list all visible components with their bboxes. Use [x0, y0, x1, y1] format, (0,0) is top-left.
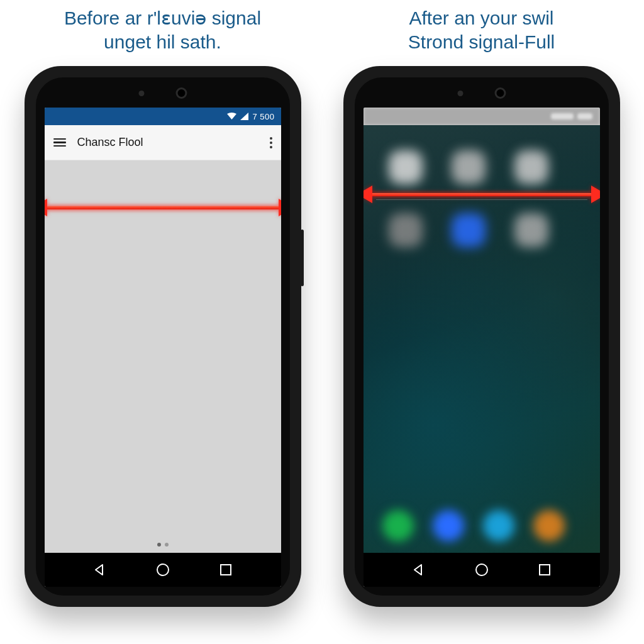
app-icon-blurred [389, 150, 423, 184]
back-button[interactable] [91, 562, 108, 578]
cell-signal-icon [240, 113, 248, 120]
dock-icon-blurred [533, 510, 565, 541]
arrow-line-icon [372, 193, 591, 196]
recent-square-icon [539, 564, 550, 575]
before-title-line2: unget hil sath. [104, 31, 221, 52]
back-button[interactable] [410, 562, 426, 578]
before-title-line1: Before ar r'lɛuviə signal [64, 8, 261, 28]
recent-apps-button[interactable] [218, 562, 234, 578]
screen-left: 7 500 Chansc Flool [45, 108, 281, 587]
recent-square-icon [220, 564, 231, 575]
after-title-line1: After an your swil [409, 8, 553, 28]
phone-body-left: 7 500 Chansc Flool [36, 77, 290, 596]
arrow-line-icon [47, 206, 279, 209]
status-blur-icon [551, 113, 574, 119]
recent-apps-button[interactable] [536, 562, 553, 578]
proximity-sensor-icon [138, 91, 144, 96]
arrow-right-head-icon [279, 199, 281, 216]
status-bar-blurred [364, 108, 600, 125]
swipe-arrow-icon [364, 185, 600, 204]
swipe-arrow-icon [45, 198, 281, 217]
menu-icon[interactable] [53, 138, 66, 147]
sensor-bar [138, 87, 187, 99]
app-icon-blurred [514, 150, 548, 184]
home-button[interactable] [474, 562, 490, 578]
screen-right [364, 108, 600, 587]
phone-left: 7 500 Chansc Flool [25, 66, 301, 607]
app-title: Chansc Flool [77, 136, 258, 149]
after-title-line2: Strond signal-Full [408, 31, 555, 52]
android-navbar [45, 553, 281, 587]
overflow-menu-icon[interactable] [270, 137, 272, 148]
home-circle-icon [475, 564, 488, 576]
app-icon-blurred [389, 213, 423, 247]
dock-icon-blurred [382, 510, 414, 541]
home-screen-blurred[interactable] [364, 125, 600, 553]
page-indicator [157, 543, 169, 547]
page-dot [157, 543, 161, 547]
front-camera-icon [175, 87, 187, 99]
phone-body-right [355, 77, 609, 596]
arrow-left-head-icon [364, 186, 372, 203]
before-title: Before ar r'lɛuviə signal unget hil sath… [64, 6, 261, 57]
app-icon-blurred [452, 150, 486, 184]
front-camera-icon [494, 87, 506, 99]
wifi-icon [227, 113, 236, 120]
page-dot [165, 543, 169, 547]
status-blur-icon [577, 113, 592, 119]
app-bar: Chansc Flool [45, 125, 281, 160]
home-button[interactable] [155, 562, 171, 578]
status-bar: 7 500 [45, 108, 281, 125]
app-icon-blurred [514, 213, 548, 247]
before-panel: Before ar r'lɛuviə signal unget hil sath… [13, 6, 313, 631]
android-navbar [364, 553, 600, 587]
app-icon-blurred [452, 213, 486, 247]
dock-icon-blurred [483, 510, 514, 541]
status-time: 7 500 [252, 112, 274, 121]
arrow-right-head-icon [591, 186, 600, 203]
phone-right [343, 66, 620, 607]
after-title: After an your swil Strond signal-Full [408, 6, 555, 57]
dock-icon-blurred [433, 510, 464, 541]
sensor-bar [457, 87, 506, 99]
power-button[interactable] [301, 230, 304, 286]
proximity-sensor-icon [457, 91, 463, 96]
after-panel: After an your swil Strond signal-Full [331, 6, 631, 631]
content-area-left[interactable] [45, 160, 281, 553]
home-circle-icon [157, 564, 169, 576]
